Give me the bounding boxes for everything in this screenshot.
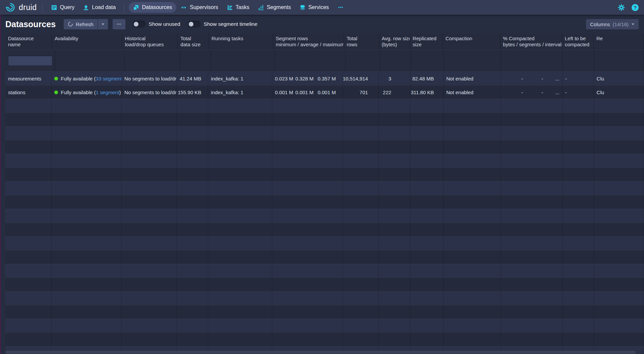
more-icon bbox=[116, 22, 122, 26]
show-segment-timeline-switch[interactable] bbox=[188, 21, 200, 27]
empty-table-row bbox=[5, 236, 644, 250]
cell-running-tasks: index_kafka: 1 bbox=[208, 72, 272, 85]
gear-icon[interactable] bbox=[618, 4, 625, 11]
column-header-retention[interactable]: Re bbox=[594, 34, 644, 50]
chevron-down-icon bbox=[101, 23, 105, 25]
empty-table-row bbox=[5, 140, 644, 154]
nav-item-services[interactable]: Services bbox=[295, 2, 333, 13]
cell-avg-row-size: 3 bbox=[378, 72, 411, 85]
cell-retention: Clu bbox=[594, 72, 644, 85]
column-header-datasource-name[interactable]: Datasourcename bbox=[5, 34, 52, 50]
column-header-total-data-size[interactable]: Totaldata size bbox=[178, 34, 209, 50]
cell-datasource-name: measurements bbox=[5, 72, 52, 85]
empty-table-row bbox=[5, 181, 644, 195]
chevron-down-icon bbox=[631, 23, 635, 25]
database-icon bbox=[300, 5, 305, 10]
nav-item-label: Services bbox=[308, 4, 329, 10]
table-row-measurements[interactable]: measurements Fully available (33 segment… bbox=[5, 71, 644, 85]
nav-divider bbox=[42, 3, 43, 11]
show-unused-toggle-group[interactable]: Show unused bbox=[133, 21, 180, 27]
empty-table-row bbox=[5, 195, 644, 209]
cell-pct-compacted: --... bbox=[501, 85, 563, 99]
stacked-chart-icon bbox=[258, 5, 264, 10]
refresh-interval-dropdown[interactable] bbox=[98, 19, 108, 30]
druid-logo-icon bbox=[5, 2, 15, 12]
page-title: Datasources bbox=[5, 19, 56, 29]
nav-item-label: Query bbox=[60, 4, 75, 10]
segments-link[interactable]: 1 segment bbox=[96, 90, 119, 95]
column-header-pct-compacted[interactable]: % Compactedbytes / segments / intervals bbox=[500, 34, 562, 50]
more-actions-button[interactable] bbox=[113, 19, 125, 30]
empty-table-row bbox=[5, 223, 644, 236]
brand-text: druid bbox=[19, 3, 37, 12]
column-header-segment-rows[interactable]: Segment rowsminimum / average / maximum bbox=[273, 34, 344, 50]
empty-table-row bbox=[5, 113, 644, 126]
column-header-avg-row-size[interactable]: Avg. row size(bytes) bbox=[379, 34, 410, 50]
cell-segment-rows: 0.001 M0.001 M0.001 M bbox=[272, 85, 343, 99]
upload-icon bbox=[83, 5, 89, 10]
gantt-icon bbox=[227, 5, 233, 10]
cell-pct-compacted: --... bbox=[501, 72, 563, 85]
show-unused-switch[interactable] bbox=[133, 21, 145, 27]
top-navbar: druid Query Load data bbox=[0, 0, 644, 15]
switch-knob bbox=[134, 22, 138, 26]
cell-running-tasks: index_kafka: 1 bbox=[208, 85, 272, 99]
column-header-running-tasks[interactable]: Running tasks bbox=[209, 34, 273, 50]
cell-total-rows: 10,514,914 bbox=[343, 72, 378, 85]
horizontal-scrollbar[interactable] bbox=[5, 351, 636, 354]
fully-available-dot-icon bbox=[54, 91, 58, 94]
cell-retention: Clu bbox=[594, 85, 644, 99]
cell-replicated-size: 82.48 MB bbox=[410, 72, 444, 85]
help-icon[interactable]: ? bbox=[632, 4, 639, 11]
fully-available-dot-icon bbox=[54, 77, 58, 80]
show-unused-label: Show unused bbox=[149, 21, 180, 27]
nav-item-load-data[interactable]: Load data bbox=[79, 2, 120, 13]
nav-overflow-menu[interactable] bbox=[333, 2, 348, 12]
cell-left-to-be-compacted: - bbox=[563, 72, 594, 85]
nav-item-datasources[interactable]: Datasources bbox=[129, 2, 176, 13]
column-header-left-to-be-compacted[interactable]: Left to becompacted bbox=[562, 34, 594, 50]
more-icon bbox=[338, 5, 344, 10]
cell-availability: Fully available (33 segments) bbox=[52, 72, 122, 85]
columns-dropdown-button[interactable]: Columns (14/16) bbox=[586, 19, 639, 30]
cell-segment-rows: 0.023 M0.328 M0.357 M bbox=[272, 72, 343, 85]
nav-item-segments[interactable]: Segments bbox=[254, 2, 295, 13]
cell-load-drop: No segments to load/drop bbox=[122, 85, 177, 99]
show-segment-timeline-toggle-group[interactable]: Show segment timeline bbox=[188, 21, 257, 27]
empty-table-row bbox=[5, 126, 644, 140]
cell-compaction: Not enabled bbox=[444, 85, 501, 99]
cell-replicated-size: 311.80 KB bbox=[410, 85, 444, 99]
segments-link[interactable]: 33 segments bbox=[96, 76, 122, 81]
column-header-compaction[interactable]: Compaction bbox=[443, 34, 500, 50]
nav-item-label: Tasks bbox=[236, 4, 249, 10]
datasource-name-filter-input[interactable] bbox=[8, 56, 52, 66]
empty-table-row bbox=[5, 250, 644, 264]
cell-left-to-be-compacted: - bbox=[563, 85, 594, 99]
table-body: measurements Fully available (33 segment… bbox=[5, 71, 644, 354]
cell-total-data-size: 155.90 KB bbox=[177, 85, 208, 99]
refresh-button[interactable]: Refresh bbox=[64, 19, 98, 30]
filter-row bbox=[5, 50, 644, 71]
empty-table-row bbox=[5, 154, 644, 168]
nav-item-query[interactable]: Query bbox=[47, 2, 79, 13]
column-header-total-rows[interactable]: Totalrows bbox=[344, 34, 379, 50]
query-icon bbox=[51, 5, 57, 10]
table-row-stations[interactable]: stations Fully available (1 segment) No … bbox=[5, 85, 644, 99]
nav-item-supervisors[interactable]: Supervisors bbox=[176, 2, 222, 13]
eye-icon bbox=[181, 5, 187, 10]
column-header-availability[interactable]: Availability bbox=[52, 34, 122, 50]
nav-item-tasks[interactable]: Tasks bbox=[223, 2, 254, 13]
empty-table-row bbox=[5, 209, 644, 223]
empty-table-row bbox=[5, 168, 644, 181]
cell-compaction: Not enabled bbox=[444, 72, 501, 85]
empty-table-row bbox=[5, 319, 644, 333]
cell-availability: Fully available (1 segment) bbox=[52, 85, 122, 99]
refresh-icon bbox=[68, 21, 73, 27]
nav-item-label: Datasources bbox=[142, 4, 172, 10]
availability-suffix: ) bbox=[119, 90, 121, 95]
druid-brand[interactable]: druid bbox=[5, 2, 37, 12]
nav-item-label: Supervisors bbox=[190, 4, 218, 10]
column-header-replicated-size[interactable]: Replicatedsize bbox=[410, 34, 443, 50]
column-header-load-drop[interactable]: Historicalload/drop queues bbox=[122, 34, 178, 50]
empty-table-row bbox=[5, 278, 644, 291]
